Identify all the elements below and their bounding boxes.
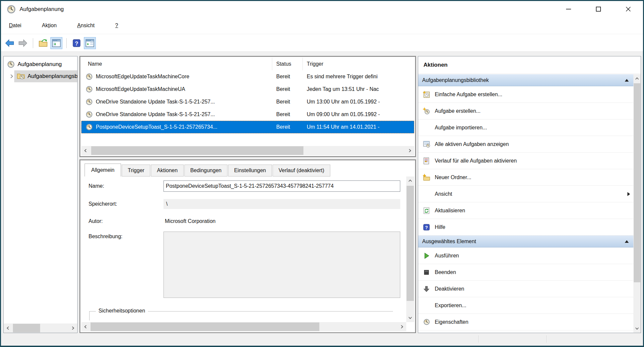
task-location-field: \ — [163, 199, 400, 209]
action-ansicht[interactable]: Ansicht — [418, 186, 633, 202]
task-row[interactable]: OneDrive Standalone Update Task-S-1-5-21… — [81, 108, 414, 121]
action-new-folder[interactable]: Neuer Ordner... — [418, 169, 633, 186]
menu-aktion[interactable]: Aktion — [41, 21, 57, 31]
actions-vertical-scrollbar[interactable] — [633, 74, 641, 333]
collapse-icon[interactable] — [625, 79, 629, 82]
task-description-field[interactable] — [163, 232, 400, 298]
console-tree-pane: Aufgabenplanung Aufgabenplanungsbiblioth… — [3, 56, 78, 333]
action-refresh[interactable]: Aktualisieren — [418, 202, 633, 219]
properties-clock-icon — [423, 318, 430, 326]
help-icon — [423, 224, 430, 231]
clock-icon — [7, 61, 15, 68]
maximize-button[interactable] — [583, 1, 613, 17]
action-export[interactable]: Exportieren... — [418, 297, 633, 314]
actions-pane-title: Aktionen — [418, 56, 641, 74]
location-label: Speicherort: — [89, 201, 117, 207]
stop-icon — [423, 269, 430, 276]
detail-tabs: Allgemein Trigger Aktionen Bedingungen E… — [81, 163, 414, 176]
back-arrow-icon — [5, 39, 14, 47]
close-button[interactable] — [613, 1, 643, 17]
menu-ansicht[interactable]: Ansicht — [77, 21, 95, 31]
column-header-trigger[interactable]: Trigger — [303, 58, 414, 70]
menu-hilfe[interactable]: ? — [114, 21, 119, 31]
folder-arrow-icon — [38, 39, 48, 47]
refresh-icon — [423, 207, 430, 214]
column-header-status[interactable]: Status — [272, 58, 303, 70]
security-group-label: Sicherheitsoptionen — [96, 308, 148, 314]
tree-item-task-scheduler-library[interactable]: Aufgabenplanungsbibliothek — [4, 70, 77, 82]
detail-horizontal-scrollbar[interactable] — [81, 322, 406, 331]
scrollbar-thumb[interactable] — [91, 322, 319, 331]
task-list-rows: MicrosoftEdgeUpdateTaskMachineCore Berei… — [81, 70, 414, 146]
forward-button[interactable] — [17, 37, 29, 49]
help-button[interactable] — [71, 37, 83, 49]
column-header-name[interactable]: Name — [81, 58, 272, 70]
action-pane-toggle-button[interactable] — [84, 37, 96, 49]
action-help[interactable]: Hilfe — [418, 219, 633, 236]
scroll-up-icon[interactable] — [633, 74, 641, 83]
action-properties[interactable]: Eigenschaften — [418, 314, 633, 330]
action-import-task[interactable]: Aufgabe importieren... — [418, 119, 633, 136]
tree-item-task-scheduler-root[interactable]: Aufgabenplanung — [4, 58, 77, 70]
folder-clock-icon — [17, 73, 25, 80]
name-label: Name: — [89, 183, 104, 189]
export-list-button[interactable] — [37, 37, 49, 49]
action-pane-panel-icon — [86, 39, 94, 47]
scroll-left-icon[interactable] — [81, 146, 90, 155]
create-basic-task-icon — [423, 91, 430, 98]
tab-trigger[interactable]: Trigger — [122, 165, 150, 176]
action-run[interactable]: Ausführen — [418, 247, 633, 264]
scroll-down-icon[interactable] — [633, 324, 641, 333]
scrollbar-thumb[interactable] — [91, 146, 303, 155]
task-name-field[interactable] — [163, 180, 400, 192]
task-row[interactable]: MicrosoftEdgeUpdateTaskMachineUA Bereit … — [81, 83, 414, 96]
minimize-button[interactable] — [553, 1, 583, 17]
app-clock-icon — [7, 5, 16, 14]
scroll-right-icon[interactable] — [406, 146, 414, 155]
action-create-task[interactable]: Aufgabe erstellen... — [418, 103, 633, 119]
tab-einstellungen[interactable]: Einstellungen — [228, 165, 272, 176]
task-row[interactable]: MicrosoftEdgeUpdateTaskMachineCore Berei… — [81, 70, 414, 83]
scrollbar-thumb[interactable] — [634, 83, 640, 282]
toolbar-separator — [33, 38, 33, 48]
task-row[interactable]: OneDrive Standalone Update Task-S-1-5-21… — [81, 96, 414, 108]
menu-datei[interactable]: Datei — [8, 21, 22, 31]
action-enable-task-history[interactable]: Verlauf für alle Aufgaben aktivieren — [418, 153, 633, 169]
clock-icon — [86, 73, 93, 80]
scrollbar-thumb[interactable] — [407, 186, 414, 301]
tab-aktionen[interactable]: Aktionen — [151, 165, 183, 176]
tab-allgemein[interactable]: Allgemein — [85, 164, 121, 176]
tab-verlauf[interactable]: Verlauf (deaktiviert) — [273, 165, 330, 176]
console-tree-panel-icon — [52, 39, 61, 47]
tree-horizontal-scrollbar[interactable] — [4, 323, 77, 333]
clock-icon — [86, 124, 93, 130]
tree-selection: Aufgabenplanungsbibliothek — [14, 70, 77, 82]
action-stop[interactable]: Beenden — [418, 264, 633, 281]
task-row-selected[interactable]: PostponeDeviceSetupToast_S-1-5-21-257265… — [81, 121, 414, 133]
tab-bedingungen[interactable]: Bedingungen — [184, 165, 227, 176]
maximize-icon — [595, 6, 602, 12]
scroll-down-icon[interactable] — [406, 313, 415, 322]
scroll-up-icon[interactable] — [406, 176, 415, 185]
scroll-left-icon[interactable] — [81, 322, 90, 331]
toolbar-separator — [66, 38, 67, 48]
actions-group-header-selected-item[interactable]: Ausgewähltes Element — [418, 236, 633, 247]
show-running-tasks-icon — [423, 141, 430, 148]
no-icon — [423, 124, 430, 131]
action-create-basic-task[interactable]: Einfache Aufgabe erstellen... — [418, 86, 633, 103]
scroll-right-icon[interactable] — [398, 322, 406, 331]
task-list-horizontal-scrollbar[interactable] — [81, 146, 414, 155]
collapse-icon[interactable] — [625, 240, 629, 243]
detail-vertical-scrollbar[interactable] — [406, 176, 414, 322]
console-tree-toggle-button[interactable] — [50, 37, 62, 49]
scroll-right-icon[interactable] — [69, 324, 77, 332]
scroll-left-icon[interactable] — [4, 324, 12, 332]
window-title: Aufgabenplanung — [20, 6, 64, 13]
forward-arrow-icon — [18, 39, 28, 47]
scrollbar-thumb[interactable] — [13, 324, 40, 332]
actions-group-header-library[interactable]: Aufgabenplanungsbibliothek — [418, 74, 633, 86]
action-show-running-tasks[interactable]: Alle aktiven Aufgaben anzeigen — [418, 136, 633, 153]
back-button[interactable] — [4, 37, 16, 49]
action-disable[interactable]: Deaktivieren — [418, 281, 633, 297]
expand-chevron-icon[interactable] — [9, 74, 14, 79]
